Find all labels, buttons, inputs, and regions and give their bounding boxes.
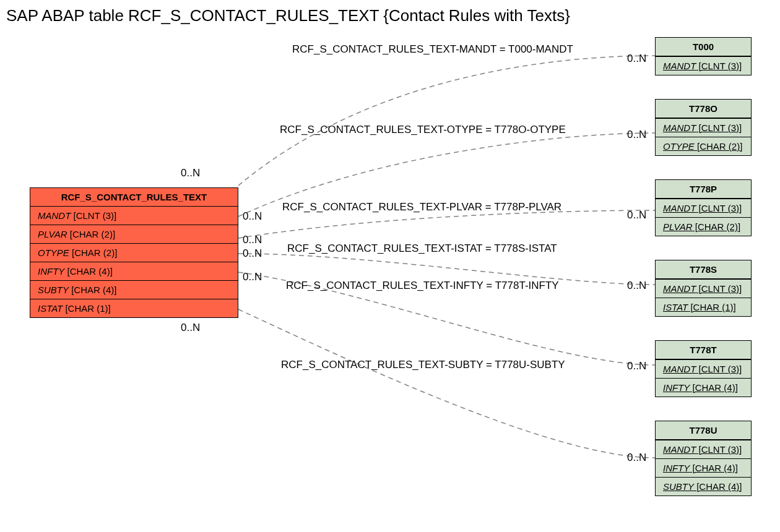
ref-table-t000: T000MANDT [CLNT (3)] xyxy=(655,37,752,75)
field-name: MANDT xyxy=(663,122,696,133)
field-type: [CLNT (3)] xyxy=(696,122,742,133)
main-field-row: ISTAT [CHAR (1)] xyxy=(30,299,238,317)
field-name: OTYPE xyxy=(663,141,695,152)
ref-field-row: SUBTY [CHAR (4)] xyxy=(656,477,751,496)
ref-field-row: OTYPE [CHAR (2)] xyxy=(656,137,751,155)
field-type: [CHAR (4)] xyxy=(69,285,117,295)
ref-field-row: MANDT [CLNT (3)] xyxy=(656,440,751,458)
field-name: MANDT xyxy=(38,210,71,221)
ref-field-row: MANDT [CLNT (3)] xyxy=(656,359,751,378)
field-name: MANDT xyxy=(663,61,696,71)
main-field-row: OTYPE [CHAR (2)] xyxy=(30,243,238,262)
field-name: SUBTY xyxy=(663,481,694,492)
field-type: [CHAR (1)] xyxy=(63,303,111,314)
card-dst-3: 0..N xyxy=(627,209,646,221)
field-type: [CHAR (2)] xyxy=(69,247,118,258)
ref-field-row: MANDT [CLNT (3)] xyxy=(656,199,751,217)
main-field-row: INFTY [CHAR (4)] xyxy=(30,262,238,280)
main-table-header: RCF_S_CONTACT_RULES_TEXT xyxy=(30,188,238,207)
ref-table-header: T778U xyxy=(656,421,751,440)
field-name: OTYPE xyxy=(38,247,69,258)
field-name: SUBTY xyxy=(38,285,69,295)
field-type: [CLNT (3)] xyxy=(696,61,742,71)
field-type: [CHAR (2)] xyxy=(67,229,116,239)
ref-field-row: ISTAT [CHAR (1)] xyxy=(656,298,751,316)
ref-field-row: MANDT [CLNT (3)] xyxy=(656,56,751,75)
field-name: ISTAT xyxy=(38,303,63,314)
field-name: INFTY xyxy=(38,266,64,277)
card-src-6: 0..N xyxy=(181,322,200,334)
card-src-3: 0..N xyxy=(243,234,262,246)
main-field-row: MANDT [CLNT (3)] xyxy=(30,207,238,225)
relation-label-4: RCF_S_CONTACT_RULES_TEXT-ISTAT = T778S-I… xyxy=(287,242,557,255)
field-name: PLVAR xyxy=(663,221,693,232)
card-src-5: 0..N xyxy=(243,271,262,283)
ref-field-row: MANDT [CLNT (3)] xyxy=(656,279,751,298)
relation-label-1: RCF_S_CONTACT_RULES_TEXT-MANDT = T000-MA… xyxy=(292,43,573,56)
card-src-2: 0..N xyxy=(243,210,262,223)
ref-table-t778t: T778TMANDT [CLNT (3)]INFTY [CHAR (4)] xyxy=(655,340,752,397)
field-name: MANDT xyxy=(663,283,696,294)
ref-table-header: T778O xyxy=(656,100,751,118)
field-type: [CHAR (4)] xyxy=(694,481,742,492)
field-type: [CHAR (4)] xyxy=(64,266,113,277)
main-field-row: PLVAR [CHAR (2)] xyxy=(30,225,238,243)
card-dst-1: 0..N xyxy=(627,53,646,65)
ref-field-row: PLVAR [CHAR (2)] xyxy=(656,217,751,236)
field-type: [CLNT (3)] xyxy=(696,444,742,455)
ref-table-header: T778T xyxy=(656,341,751,359)
card-dst-4: 0..N xyxy=(627,280,646,292)
ref-table-t778p: T778PMANDT [CLNT (3)]PLVAR [CHAR (2)] xyxy=(655,179,752,236)
main-table-body: MANDT [CLNT (3)]PLVAR [CHAR (2)]OTYPE [C… xyxy=(30,207,238,317)
field-type: [CHAR (2)] xyxy=(693,221,741,232)
ref-table-t778s: T778SMANDT [CLNT (3)]ISTAT [CHAR (1)] xyxy=(655,260,752,317)
ref-table-header: T000 xyxy=(656,38,751,56)
ref-field-row: MANDT [CLNT (3)] xyxy=(656,118,751,137)
field-name: MANDT xyxy=(663,364,696,374)
main-table: RCF_S_CONTACT_RULES_TEXT MANDT [CLNT (3)… xyxy=(30,187,238,318)
ref-table-header: T778S xyxy=(656,260,751,279)
field-type: [CHAR (4)] xyxy=(690,463,738,473)
main-field-row: SUBTY [CHAR (4)] xyxy=(30,280,238,299)
relation-label-5: RCF_S_CONTACT_RULES_TEXT-INFTY = T778T-I… xyxy=(286,280,559,292)
ref-field-row: INFTY [CHAR (4)] xyxy=(656,458,751,477)
ref-table-t778o: T778OMANDT [CLNT (3)]OTYPE [CHAR (2)] xyxy=(655,99,752,156)
card-dst-6: 0..N xyxy=(627,452,646,464)
relation-label-2: RCF_S_CONTACT_RULES_TEXT-OTYPE = T778O-O… xyxy=(280,124,566,136)
field-name: MANDT xyxy=(663,444,696,455)
card-dst-2: 0..N xyxy=(627,129,646,141)
field-name: PLVAR xyxy=(38,229,67,239)
field-name: ISTAT xyxy=(663,302,688,312)
field-name: INFTY xyxy=(663,382,690,393)
card-dst-5: 0..N xyxy=(627,360,646,372)
field-type: [CLNT (3)] xyxy=(696,364,742,374)
card-src-4: 0..N xyxy=(243,247,262,260)
field-type: [CHAR (1)] xyxy=(688,302,736,312)
relation-label-3: RCF_S_CONTACT_RULES_TEXT-PLVAR = T778P-P… xyxy=(282,201,561,213)
ref-table-t778u: T778UMANDT [CLNT (3)]INFTY [CHAR (4)]SUB… xyxy=(655,421,752,496)
field-type: [CLNT (3)] xyxy=(71,210,116,221)
field-type: [CHAR (2)] xyxy=(695,141,743,152)
card-src-1: 0..N xyxy=(181,167,200,179)
field-type: [CLNT (3)] xyxy=(696,283,742,294)
relation-label-6: RCF_S_CONTACT_RULES_TEXT-SUBTY = T778U-S… xyxy=(281,359,565,371)
ref-table-header: T778P xyxy=(656,180,751,199)
field-type: [CLNT (3)] xyxy=(696,203,742,213)
ref-field-row: INFTY [CHAR (4)] xyxy=(656,378,751,397)
field-name: INFTY xyxy=(663,463,690,473)
field-type: [CHAR (4)] xyxy=(690,382,738,393)
field-name: MANDT xyxy=(663,203,696,213)
